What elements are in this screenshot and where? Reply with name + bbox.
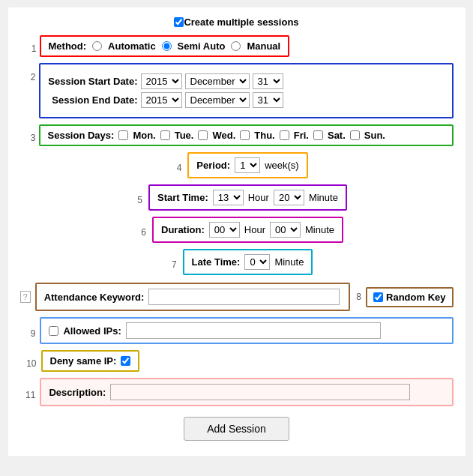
day-sat-label: Sat. <box>328 130 346 141</box>
session-days-box: Session Days: Mon. Tue. Wed. Thu. Fri. S… <box>39 124 454 146</box>
period-label: Period: <box>196 160 230 171</box>
allowed-ips-box: Allowed IPs: <box>40 317 453 344</box>
start-date-label: Session Start Date: <box>48 76 138 87</box>
random-key-label: Random Key <box>386 292 445 303</box>
day-thu-label: Thu. <box>254 130 274 141</box>
num-2: 2 <box>20 63 36 82</box>
start-date-row: Session Start Date: 2015 December 31 <box>48 73 445 89</box>
num-4: 4 <box>165 157 181 173</box>
duration-box: Duration: 00 Hour 00 Minute <box>152 217 343 243</box>
end-date-row: Session End Date: 2015 December 31 <box>48 92 445 108</box>
dates-box: Session Start Date: 2015 December 31 Ses… <box>39 63 454 118</box>
num-7: 7 <box>160 254 177 270</box>
description-label: Description: <box>49 387 106 398</box>
late-time-select[interactable]: 0 <box>244 254 270 270</box>
session-days-label: Session Days: <box>48 130 115 141</box>
period-value-select[interactable]: 1 <box>235 157 260 173</box>
attendance-keyword-box: Attendance Keyword: <box>35 283 351 311</box>
deny-same-ip-box: Deny same IP: <box>41 350 140 372</box>
allowed-ips-checkbox[interactable] <box>49 326 58 336</box>
duration-hour-select[interactable]: 00 <box>209 222 240 238</box>
period-unit: week(s) <box>265 160 299 171</box>
attendance-keyword-label: Attendance Keyword: <box>44 292 145 303</box>
day-fri-label: Fri. <box>294 130 309 141</box>
minute-label-2: Minute <box>305 224 334 235</box>
day-wed-checkbox[interactable] <box>198 130 208 140</box>
end-day-select[interactable]: 31 <box>253 92 283 108</box>
num-11: 11 <box>20 385 36 400</box>
start-hour-select[interactable]: 13 <box>213 190 244 205</box>
main-container: Create multiple sessions 1 Method: Autom… <box>8 7 466 456</box>
start-month-select[interactable]: December <box>185 73 250 89</box>
day-fri-checkbox[interactable] <box>280 130 289 140</box>
duration-minute-select[interactable]: 00 <box>270 222 301 238</box>
day-sun-label: Sun. <box>364 130 385 141</box>
num-6: 6 <box>130 222 146 238</box>
create-multiple-label: Create multiple sessions <box>184 16 298 28</box>
method-semiauto-label: Semi Auto <box>178 40 226 52</box>
duration-label: Duration: <box>161 224 205 235</box>
num-10: 10 <box>20 353 37 369</box>
allowed-ips-input[interactable] <box>126 322 381 339</box>
hour-label-1: Hour <box>248 192 269 203</box>
day-tue-label: Tue. <box>175 130 194 141</box>
period-box: Period: 1 week(s) <box>187 152 307 178</box>
day-sun-checkbox[interactable] <box>350 130 360 140</box>
minute-label-1: Minute <box>309 192 338 203</box>
num-8: 8 <box>356 292 361 302</box>
deny-same-ip-label: Deny same IP: <box>50 355 117 367</box>
hour-label-2: Hour <box>244 224 265 235</box>
end-date-label: Session End Date: <box>48 94 138 106</box>
day-thu-checkbox[interactable] <box>240 130 250 140</box>
late-time-unit: Minute <box>274 256 304 268</box>
day-sat-checkbox[interactable] <box>313 130 323 140</box>
start-day-select[interactable]: 31 <box>253 73 283 89</box>
method-manual-label: Manual <box>247 40 280 52</box>
allowed-ips-label: Allowed IPs: <box>63 325 121 337</box>
num-1: 1 <box>20 38 37 54</box>
method-box: Method: Automatic Semi Auto Manual <box>40 35 290 57</box>
random-key-box: Random Key <box>366 287 453 307</box>
start-minute-select[interactable]: 20 <box>274 190 304 205</box>
late-time-label: Late Time: <box>192 256 241 268</box>
late-time-box: Late Time: 0 Minute <box>183 249 313 275</box>
day-mon-checkbox[interactable] <box>118 130 128 140</box>
random-key-checkbox[interactable] <box>373 292 383 302</box>
method-semiauto-radio[interactable] <box>162 41 172 51</box>
deny-same-ip-checkbox[interactable] <box>121 356 130 366</box>
start-time-label: Start Time: <box>157 192 208 203</box>
num-3: 3 <box>20 127 36 143</box>
day-wed-label: Wed. <box>212 130 235 141</box>
method-label: Method: <box>49 40 87 52</box>
add-session-button[interactable]: Add Session <box>184 417 289 441</box>
create-multiple-row: Create multiple sessions <box>20 16 454 28</box>
method-automatic-radio[interactable] <box>92 41 102 51</box>
description-input[interactable] <box>110 384 410 400</box>
day-mon-label: Mon. <box>133 130 155 141</box>
description-box: Description: <box>40 378 453 406</box>
attendance-help-icon[interactable]: ? <box>20 291 31 303</box>
end-year-select[interactable]: 2015 <box>141 92 182 108</box>
method-automatic-label: Automatic <box>108 40 156 52</box>
start-year-select[interactable]: 2015 <box>141 73 182 89</box>
end-month-select[interactable]: December <box>185 92 250 108</box>
num-9: 9 <box>20 323 36 339</box>
start-time-box: Start Time: 13 Hour 20 Minute <box>148 184 347 211</box>
attendance-keyword-input[interactable] <box>148 289 340 305</box>
day-tue-checkbox[interactable] <box>160 130 170 140</box>
method-manual-radio[interactable] <box>231 41 241 51</box>
num-5: 5 <box>126 190 142 205</box>
create-multiple-checkbox[interactable] <box>174 17 184 27</box>
